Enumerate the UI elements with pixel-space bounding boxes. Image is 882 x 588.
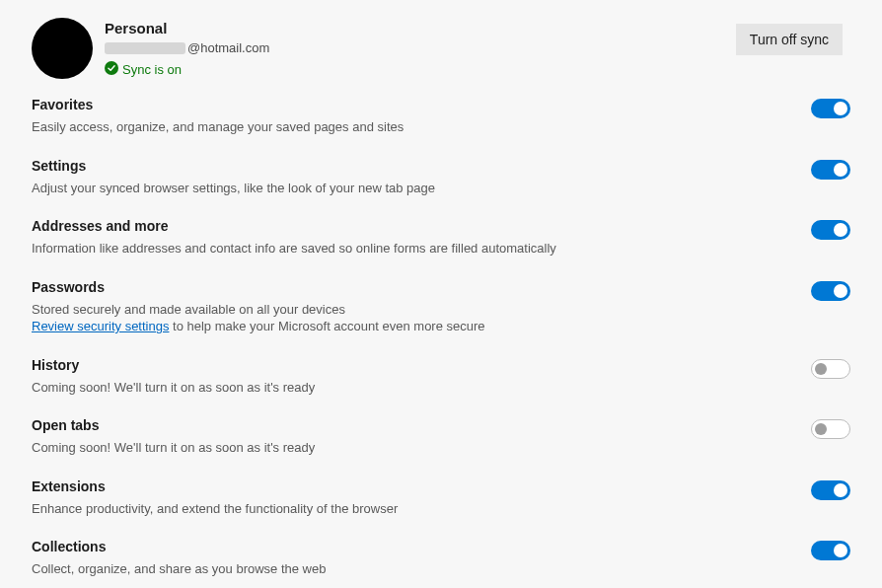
sync-item-open-tabs: Open tabsComing soon! We'll turn it on a… (32, 417, 850, 457)
sync-item-text: PasswordsStored securely and made availa… (32, 279, 811, 335)
sync-item-extensions: ExtensionsEnhance productivity, and exte… (32, 478, 850, 518)
sync-item-desc: Collect, organize, and share as you brow… (32, 560, 772, 578)
toggle-collections[interactable] (811, 541, 850, 560)
sync-item-text: Open tabsComing soon! We'll turn it on a… (32, 417, 811, 457)
sync-item-title: Collections (32, 539, 772, 554)
sync-item-desc: Adjust your synced browser settings, lik… (32, 180, 772, 197)
sync-item-title: Settings (32, 158, 772, 174)
sync-item-desc: Coming soon! We'll turn it on as soon as… (32, 439, 772, 457)
check-circle-icon (105, 61, 122, 78)
profile-info: Personal @hotmail.com Sync is on (105, 18, 736, 78)
toggle-favorites[interactable] (811, 99, 850, 118)
sync-item-desc: Stored securely and made available on al… (32, 301, 772, 335)
toggle-knob (834, 544, 847, 557)
toggle-knob (815, 423, 827, 435)
profile-name: Personal (105, 20, 736, 37)
sync-item-settings: SettingsAdjust your synced browser setti… (32, 158, 850, 197)
sync-item-history: HistoryComing soon! We'll turn it on as … (32, 357, 850, 397)
sync-item-favorites: FavoritesEasily access, organize, and ma… (32, 97, 850, 136)
toggle-knob (834, 102, 847, 115)
sync-item-title: History (32, 357, 772, 373)
sync-item-text: FavoritesEasily access, organize, and ma… (32, 97, 811, 136)
toggle-knob (815, 363, 827, 375)
sync-item-desc-line2: Review security settings to help make yo… (32, 318, 772, 335)
sync-item-text: CollectionsCollect, organize, and share … (32, 539, 811, 578)
sync-item-desc: Easily access, organize, and manage your… (32, 118, 772, 136)
sync-item-text: HistoryComing soon! We'll turn it on as … (32, 357, 811, 397)
sync-item-desc-line1: Stored securely and made available on al… (32, 301, 772, 319)
sync-item-title: Addresses and more (32, 218, 772, 234)
sync-item-desc: Information like addresses and contact i… (32, 240, 772, 257)
toggle-knob (834, 223, 847, 237)
sync-item-text: SettingsAdjust your synced browser setti… (32, 158, 811, 197)
review-security-link[interactable]: Review security settings (32, 319, 169, 333)
toggle-extensions[interactable] (811, 480, 850, 500)
sync-item-title: Open tabs (32, 417, 772, 433)
toggle-passwords[interactable] (811, 281, 850, 301)
toggle-history (811, 359, 850, 379)
profile-email: @hotmail.com (105, 40, 736, 55)
sync-item-text: Addresses and moreInformation like addre… (32, 218, 811, 257)
sync-item-passwords: PasswordsStored securely and made availa… (32, 279, 850, 335)
turn-off-sync-button[interactable]: Turn off sync (736, 24, 843, 55)
avatar (32, 18, 93, 79)
toggle-knob (834, 284, 847, 298)
toggle-open-tabs (811, 419, 850, 439)
sync-item-title: Passwords (32, 279, 772, 295)
toggle-settings[interactable] (811, 160, 850, 180)
toggle-knob (834, 483, 847, 497)
sync-items-list: FavoritesEasily access, organize, and ma… (0, 89, 882, 578)
sync-item-text: ExtensionsEnhance productivity, and exte… (32, 478, 811, 518)
sync-status: Sync is on (105, 61, 736, 78)
sync-item-desc: Coming soon! We'll turn it on as soon as… (32, 379, 772, 397)
sync-item-desc-post: to help make your Microsoft account even… (169, 319, 484, 333)
toggle-addresses[interactable] (811, 220, 850, 240)
profile-header: Personal @hotmail.com Sync is on Turn of… (0, 0, 882, 89)
svg-point-0 (105, 61, 118, 75)
sync-item-title: Favorites (32, 97, 772, 112)
email-domain: @hotmail.com (187, 40, 269, 55)
sync-status-label: Sync is on (122, 62, 182, 77)
toggle-knob (834, 163, 847, 177)
sync-item-title: Extensions (32, 478, 772, 494)
email-masked-part (105, 42, 185, 54)
sync-item-collections: CollectionsCollect, organize, and share … (32, 539, 850, 578)
sync-item-addresses: Addresses and moreInformation like addre… (32, 218, 850, 257)
sync-item-desc: Enhance productivity, and extend the fun… (32, 500, 772, 518)
